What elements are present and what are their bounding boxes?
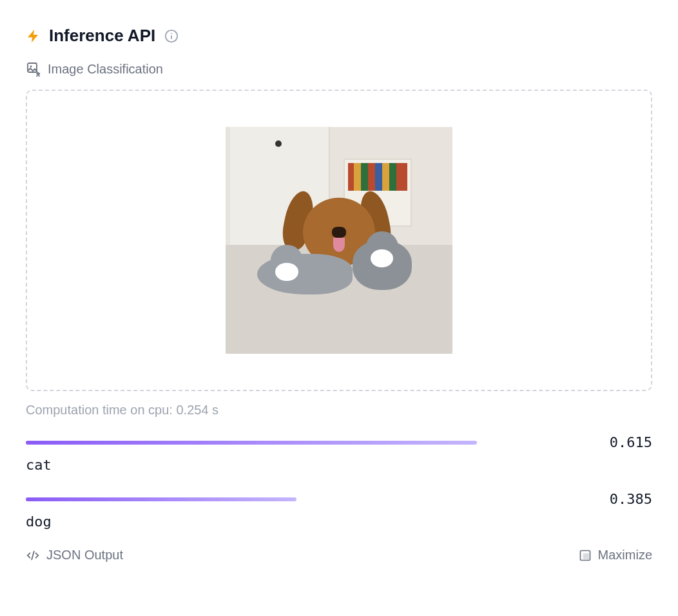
svg-point-2	[171, 32, 172, 34]
score-bar	[26, 497, 477, 501]
task-label: Image Classification	[48, 62, 163, 77]
result-row: 0.385dog	[26, 491, 652, 530]
class-label: cat	[26, 457, 652, 473]
image-dropzone[interactable]	[26, 90, 652, 391]
image-classification-icon	[26, 61, 41, 77]
widget-footer: JSON Output Maximize	[26, 548, 652, 563]
svg-line-5	[32, 551, 34, 559]
result-row: 0.615cat	[26, 434, 652, 473]
score-value: 0.385	[610, 491, 652, 507]
svg-rect-7	[583, 553, 588, 559]
bolt-icon	[26, 27, 41, 45]
svg-point-4	[30, 66, 32, 68]
info-icon[interactable]	[164, 29, 179, 43]
computation-time: Computation time on cpu: 0.254 s	[26, 403, 652, 418]
class-label: dog	[26, 514, 652, 530]
json-output-button[interactable]: JSON Output	[26, 548, 123, 563]
maximize-button[interactable]: Maximize	[579, 548, 652, 563]
maximize-icon	[579, 549, 592, 562]
widget-header: Inference API	[26, 26, 652, 46]
code-icon	[26, 548, 40, 563]
maximize-label: Maximize	[598, 548, 652, 563]
task-row[interactable]: Image Classification	[26, 61, 652, 77]
input-image-preview	[226, 127, 452, 354]
score-bar	[26, 441, 477, 445]
results-list: 0.615cat0.385dog	[26, 434, 652, 530]
json-output-label: JSON Output	[46, 548, 123, 563]
widget-title: Inference API	[49, 26, 155, 46]
score-value: 0.615	[610, 434, 652, 450]
